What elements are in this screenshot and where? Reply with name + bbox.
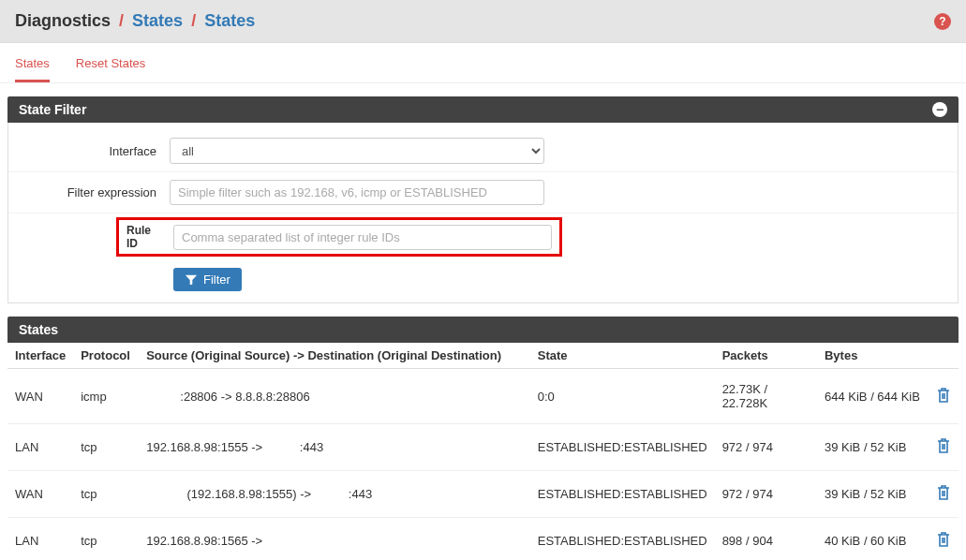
- filter-button-row: Filter: [8, 260, 958, 295]
- trash-icon[interactable]: [936, 392, 951, 406]
- filter-button[interactable]: Filter: [173, 268, 242, 291]
- breadcrumb-states-link[interactable]: States: [132, 11, 183, 30]
- cell-bytes: 644 KiB / 644 KiB: [817, 369, 929, 424]
- cell-interface: WAN: [7, 471, 73, 518]
- cell-protocol: icmp: [73, 369, 139, 424]
- cell-route: 192.168.8.98:1555 -> :443: [139, 424, 530, 471]
- col-interface[interactable]: Interface: [7, 343, 73, 369]
- tabs: States Reset States: [0, 43, 966, 83]
- breadcrumb: Diagnostics / States / States: [15, 11, 255, 31]
- state-filter-panel: State Filter − Interface all Filter expr…: [7, 96, 959, 303]
- trash-icon[interactable]: [936, 537, 951, 551]
- cell-state: ESTABLISHED:ESTABLISHED: [530, 471, 715, 518]
- col-packets[interactable]: Packets: [715, 343, 817, 369]
- page-header: Diagnostics / States / States ?: [0, 0, 966, 43]
- rule-id-label: Rule ID: [126, 224, 173, 250]
- cell-protocol: tcp: [73, 424, 139, 471]
- cell-packets: 972 / 974: [715, 471, 817, 518]
- states-table: Interface Protocol Source (Original Sour…: [7, 343, 959, 560]
- trash-icon[interactable]: [936, 490, 951, 504]
- table-row: WANtcp (192.168.8.98:1555) -> :443ESTABL…: [7, 471, 959, 518]
- cell-packets: 972 / 974: [715, 424, 817, 471]
- col-state[interactable]: State: [530, 343, 715, 369]
- states-panel: States Interface Protocol Source (Origin…: [7, 317, 959, 560]
- cell-interface: WAN: [7, 369, 73, 424]
- cell-packets: 22.73K / 22.728K: [715, 369, 817, 424]
- col-bytes[interactable]: Bytes: [817, 343, 929, 369]
- collapse-icon[interactable]: −: [932, 102, 947, 117]
- cell-state: ESTABLISHED:ESTABLISHED: [530, 518, 715, 561]
- help-icon[interactable]: ?: [934, 13, 951, 30]
- cell-route: 192.168.8.98:1565 ->: [139, 518, 530, 561]
- states-title: States: [19, 322, 58, 337]
- breadcrumb-sep: /: [115, 11, 127, 30]
- cell-state: 0:0: [530, 369, 715, 424]
- filter-button-label: Filter: [203, 273, 230, 287]
- cell-packets: 898 / 904: [715, 518, 817, 561]
- states-heading: States: [7, 317, 959, 343]
- interface-select[interactable]: all: [170, 138, 544, 164]
- interface-label: Interface: [20, 144, 170, 158]
- state-filter-heading: State Filter −: [7, 96, 959, 123]
- cell-protocol: tcp: [73, 518, 139, 561]
- cell-bytes: 39 KiB / 52 KiB: [817, 424, 929, 471]
- filter-expression-row: Filter expression: [8, 172, 958, 214]
- col-route[interactable]: Source (Original Source) -> Destination …: [139, 343, 530, 369]
- table-row: LANtcp192.168.8.98:1565 -> ESTABLISHED:E…: [7, 518, 959, 561]
- rule-id-highlight: Rule ID: [116, 217, 562, 257]
- table-row: WANicmp :28806 -> 8.8.8.8:288060:022.73K…: [7, 369, 959, 424]
- tab-states[interactable]: States: [15, 56, 50, 82]
- filter-expression-label: Filter expression: [20, 185, 170, 199]
- table-row: LANtcp192.168.8.98:1555 -> :443ESTABLISH…: [7, 424, 959, 471]
- trash-icon[interactable]: [936, 443, 951, 457]
- cell-interface: LAN: [7, 518, 73, 561]
- cell-route: :28806 -> 8.8.8.8:28806: [139, 369, 530, 424]
- cell-route: (192.168.8.98:1555) -> :443: [139, 471, 530, 518]
- cell-bytes: 40 KiB / 60 KiB: [817, 518, 929, 561]
- cell-bytes: 39 KiB / 52 KiB: [817, 471, 929, 518]
- rule-id-input[interactable]: [173, 225, 552, 250]
- interface-row: Interface all: [8, 130, 958, 172]
- breadcrumb-root: Diagnostics: [15, 11, 111, 30]
- col-protocol[interactable]: Protocol: [73, 343, 139, 369]
- state-filter-title: State Filter: [19, 102, 86, 117]
- state-filter-body: Interface all Filter expression Rule ID …: [7, 123, 959, 303]
- cell-protocol: tcp: [73, 471, 139, 518]
- filter-expression-input[interactable]: [170, 180, 544, 205]
- tab-reset-states[interactable]: Reset States: [76, 56, 145, 82]
- breadcrumb-sep: /: [187, 11, 200, 30]
- breadcrumb-states-leaf[interactable]: States: [204, 11, 255, 30]
- cell-state: ESTABLISHED:ESTABLISHED: [530, 424, 715, 471]
- funnel-icon: [185, 273, 198, 287]
- cell-interface: LAN: [7, 424, 73, 471]
